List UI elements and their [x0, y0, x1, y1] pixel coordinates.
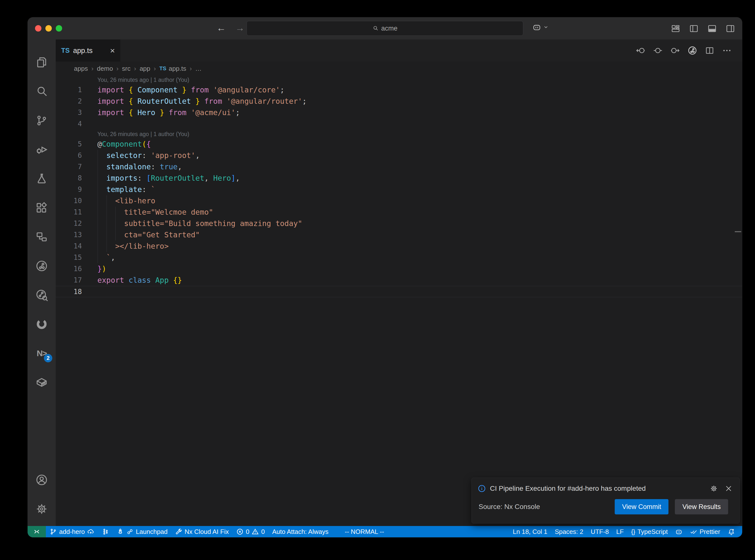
line-number: 5	[56, 139, 82, 150]
breadcrumb-separator-icon: ›	[190, 65, 192, 73]
remote-indicator[interactable]	[27, 526, 46, 537]
line-number: 13	[56, 229, 82, 241]
breadcrumb-item-app[interactable]: app	[140, 65, 150, 73]
language-status[interactable]: {}TypeScript	[628, 526, 672, 537]
copilot-menu-button[interactable]	[532, 22, 549, 32]
explorer-icon[interactable]	[27, 48, 56, 77]
line-number: 15	[56, 252, 82, 263]
status-label: UTF-8	[591, 528, 609, 536]
back-icon[interactable]: ←	[216, 23, 227, 33]
code-line-2: 2import { RouterOutlet } from '@angular/…	[56, 96, 742, 107]
edge-tools-icon[interactable]	[27, 309, 56, 339]
prettier-status[interactable]: Prettier	[686, 526, 724, 537]
code-editor[interactable]: You, 26 minutes ago | 1 author (You)1imp…	[56, 75, 742, 526]
code-line-16: 16})	[56, 263, 742, 275]
typescript-file-icon: TS	[159, 65, 166, 72]
git-graph-button[interactable]	[98, 526, 113, 537]
accounts-icon[interactable]	[27, 465, 56, 495]
code-line-1: 1import { Component } from '@angular/cor…	[56, 84, 742, 96]
code-line-8: 8 imports: [RouterOutlet, Hero],	[56, 173, 742, 184]
eol-status[interactable]: LF	[613, 526, 627, 537]
braces-icon: {}	[631, 528, 635, 535]
split-editor-icon[interactable]	[704, 45, 715, 56]
line-number: 8	[56, 173, 82, 184]
more-actions-icon[interactable]	[721, 45, 732, 56]
tab-app-ts[interactable]: TS app.ts ×	[56, 39, 120, 62]
zoom-window-button[interactable]	[56, 25, 62, 32]
toggle-secondary-sidebar-icon[interactable]	[725, 23, 736, 34]
previous-change-icon[interactable]	[635, 45, 646, 56]
status-label: Ln 18, Col 1	[513, 528, 548, 536]
view-results-button[interactable]: View Results	[675, 499, 728, 514]
search-value: acme	[381, 25, 397, 32]
breadcrumb-item-demo[interactable]: demo	[97, 65, 113, 73]
minimize-window-button[interactable]	[45, 25, 52, 32]
line-number: 14	[56, 241, 82, 252]
link-icon	[126, 528, 134, 535]
close-window-button[interactable]	[35, 25, 41, 32]
tab-label: app.ts	[73, 46, 107, 55]
notification-settings-gear-icon[interactable]	[710, 485, 718, 493]
blame-annotation: You, 26 minutes ago | 1 author (You)	[56, 75, 742, 84]
launchpad-button[interactable]: Launchpad	[113, 526, 171, 537]
indentation-status[interactable]: Spaces: 2	[551, 526, 587, 537]
search-icon[interactable]	[27, 77, 56, 106]
code-line-9: 9 template: `	[56, 184, 742, 195]
copilot-icon	[675, 528, 682, 535]
view-commit-button[interactable]: View Commit	[615, 499, 669, 514]
open-changes-icon[interactable]	[652, 45, 663, 56]
nx-cloud-ai-fix-button[interactable]: Nx Cloud AI Fix	[171, 526, 233, 537]
settings-gear-icon[interactable]	[27, 495, 56, 523]
breadcrumb-item-src[interactable]: src	[122, 65, 131, 73]
toggle-primary-sidebar-icon[interactable]	[689, 23, 699, 34]
line-number: 10	[56, 195, 82, 206]
code-line-7: 7 standalone: true,	[56, 161, 742, 173]
status-label: TypeScript	[637, 528, 668, 536]
testing-icon[interactable]	[27, 164, 56, 193]
forward-icon[interactable]: →	[234, 23, 245, 33]
project-graph-search-icon[interactable]	[27, 280, 56, 309]
status-label: 0	[246, 528, 249, 536]
notification-source: Source: Nx Console	[479, 503, 615, 511]
breadcrumb-item--[interactable]: …	[195, 65, 202, 73]
status-bar: add-heroLaunchpadNx Cloud AI Fix00Auto A…	[27, 526, 742, 537]
vim-mode-status[interactable]: -- NORMAL --	[341, 526, 388, 537]
git-branch-status[interactable]: add-hero	[46, 526, 98, 537]
activity-bar: N>2	[27, 39, 56, 526]
breadcrumb-item-apps[interactable]: apps	[74, 65, 88, 73]
line-number: 18	[56, 286, 82, 298]
status-label: Auto Attach: Always	[272, 528, 329, 536]
project-graph-icon[interactable]	[27, 252, 56, 280]
breadcrumb-separator-icon: ›	[154, 65, 156, 73]
toggle-panel-icon[interactable]	[707, 23, 717, 34]
notifications-bell[interactable]	[724, 526, 739, 537]
customize-layout-icon[interactable]	[670, 23, 681, 34]
notification-close-icon[interactable]	[725, 485, 733, 493]
auto-attach-status[interactable]: Auto Attach: Always	[269, 526, 332, 537]
nx-console-icon[interactable]: N>2	[27, 339, 56, 368]
search-icon	[372, 25, 379, 32]
encoding-status[interactable]: UTF-8	[587, 526, 613, 537]
run-debug-icon[interactable]	[27, 135, 56, 164]
status-label: Nx Cloud AI Fix	[185, 528, 229, 536]
breadcrumb-item-app-ts[interactable]: TSapp.ts	[159, 65, 186, 73]
error-icon	[236, 528, 244, 535]
containers-icon[interactable]	[27, 368, 56, 397]
related-views-icon[interactable]	[27, 222, 56, 252]
wrench-icon	[175, 528, 182, 535]
command-center-search[interactable]: acme	[246, 21, 523, 36]
problems-status[interactable]: 00	[233, 526, 269, 537]
copilot-status[interactable]	[671, 526, 686, 537]
extensions-icon[interactable]	[27, 193, 56, 222]
line-number: 1	[56, 84, 82, 96]
gitgraph-icon	[102, 528, 109, 535]
titlebar: ← → acme	[27, 17, 742, 39]
source-control-icon[interactable]	[27, 106, 56, 135]
code-line-3: 3import { Hero } from '@acme/ui';	[56, 107, 742, 118]
next-change-icon[interactable]	[670, 45, 680, 56]
breadcrumb-separator-icon: ›	[116, 65, 119, 73]
nx-project-graph-icon[interactable]	[687, 45, 698, 56]
close-tab-icon[interactable]: ×	[110, 46, 115, 55]
cursor-position-status[interactable]: Ln 18, Col 1	[509, 526, 551, 537]
chevron-down-icon	[543, 24, 549, 30]
